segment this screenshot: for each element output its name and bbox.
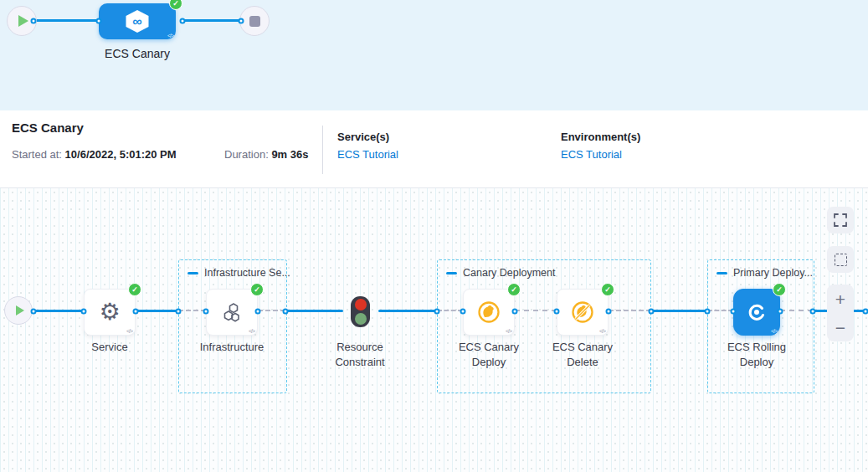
link-port	[778, 309, 783, 315]
link-port	[31, 309, 37, 315]
step-label: ECS Canary Delete	[544, 340, 621, 369]
canary-delete-icon	[570, 300, 595, 325]
step-ecs-canary-delete[interactable]: ✓ </>	[557, 289, 609, 336]
link-port	[96, 18, 102, 24]
code-icon: </>	[771, 328, 777, 334]
link-port	[239, 18, 244, 24]
environment-link[interactable]: ECS Tutorial	[561, 148, 640, 161]
collapse-icon[interactable]	[446, 272, 457, 274]
started-at: Started at: 10/6/2022, 5:01:20 PM	[12, 148, 177, 161]
header-divider	[322, 126, 323, 174]
execution-title: ECS Canary	[12, 121, 84, 135]
services-column: Service(s) ECS Tutorial	[337, 131, 398, 161]
code-icon: </>	[249, 328, 254, 334]
edge-line-dashed	[780, 310, 813, 311]
environments-label: Environment(s)	[561, 131, 640, 143]
minimap-connector-line	[182, 19, 241, 22]
step-label: Resource Constraint	[322, 340, 398, 369]
services-label: Service(s)	[337, 131, 398, 143]
group-label: Infrastructure Se...	[204, 267, 290, 279]
play-icon	[16, 305, 24, 316]
pipeline-execution-page: ∞ ✓ </> ECS Canary ECS Canary Started at…	[0, 0, 868, 472]
edge-line	[285, 310, 343, 312]
traffic-light-green-icon	[355, 313, 367, 325]
edge-line	[651, 310, 707, 312]
link-port	[255, 309, 261, 315]
marquee-select-icon	[835, 254, 847, 266]
gear-icon: ⚙	[99, 300, 120, 324]
code-icon: </>	[599, 328, 605, 334]
execution-graph-canvas[interactable]: Infrastructure Se... Canary Deployment P…	[0, 188, 868, 472]
deployment-stage-icon: ∞	[125, 10, 150, 33]
link-port	[863, 309, 868, 315]
graph-start-node[interactable]	[4, 296, 33, 325]
step-infrastructure[interactable]: ✓ </>	[206, 289, 258, 336]
edge-line-dashed	[515, 310, 557, 311]
edge-line	[33, 310, 84, 312]
link-port	[606, 309, 612, 315]
select-region-button[interactable]	[827, 246, 854, 273]
success-check-icon: ✓	[601, 283, 614, 296]
success-check-icon: ✓	[773, 283, 786, 296]
link-port	[649, 309, 655, 315]
link-port	[434, 309, 440, 315]
step-label: Infrastructure	[182, 340, 282, 355]
code-icon: </>	[167, 33, 173, 38]
link-port	[705, 309, 711, 315]
ecs-rolling-icon	[745, 300, 768, 324]
code-icon: </>	[126, 328, 132, 334]
edge-line-dashed	[707, 310, 733, 311]
link-port	[283, 309, 289, 315]
edge-line-dashed	[609, 310, 651, 311]
environments-column: Environment(s) ECS Tutorial	[561, 131, 640, 161]
zoom-in-button[interactable]: +	[827, 285, 854, 313]
group-header[interactable]: Infrastructure Se...	[187, 267, 290, 279]
stage-minimap: ∞ ✓ </> ECS Canary	[0, 0, 868, 110]
service-link[interactable]: ECS Tutorial	[337, 148, 398, 161]
link-port	[81, 309, 87, 315]
link-port	[176, 309, 182, 315]
group-header[interactable]: Primary Deploy...	[716, 267, 813, 279]
fullscreen-button[interactable]	[827, 207, 854, 233]
step-ecs-rolling-deploy[interactable]: ✓ </>	[733, 289, 780, 336]
edge-line-dashed	[178, 310, 206, 311]
edge-line	[378, 310, 437, 312]
duration-value: 9m 36s	[271, 148, 308, 161]
step-label: ECS Rolling Deploy	[718, 340, 795, 369]
link-port	[133, 309, 139, 315]
step-label: Service	[59, 340, 160, 355]
success-check-icon: ✓	[507, 283, 521, 296]
fullscreen-icon	[834, 213, 847, 227]
duration-label: Duration:	[224, 148, 269, 161]
step-label: ECS Canary Deploy	[450, 340, 527, 369]
started-value: 10/6/2022, 5:01:20 PM	[65, 148, 177, 161]
collapse-icon[interactable]	[187, 272, 198, 274]
link-port	[180, 18, 186, 24]
execution-header: ECS Canary Started at: 10/6/2022, 5:01:2…	[0, 110, 868, 188]
step-service[interactable]: ⚙ ✓ </>	[84, 289, 136, 336]
collapse-icon[interactable]	[716, 272, 727, 274]
zoom-controls: + −	[827, 285, 854, 341]
step-ecs-canary-deploy[interactable]: ✓ </>	[463, 289, 515, 336]
duration: Duration: 9m 36s	[224, 148, 308, 161]
minimap-connector-line	[33, 19, 99, 22]
success-check-icon: ✓	[169, 0, 182, 10]
traffic-light-red-icon	[355, 299, 367, 310]
link-port	[203, 309, 209, 315]
edge-line-dashed	[437, 310, 463, 311]
canary-deploy-icon	[476, 300, 501, 325]
group-header[interactable]: Canary Deployment	[446, 267, 555, 279]
started-label: Started at:	[12, 148, 62, 161]
group-label: Primary Deploy...	[733, 267, 813, 279]
success-check-icon: ✓	[250, 283, 264, 296]
stage-node-ecs-canary[interactable]: ∞ ✓ </>	[99, 3, 176, 39]
link-port	[512, 309, 518, 315]
stage-label: ECS Canary	[87, 47, 187, 60]
step-resource-constraint[interactable]	[351, 296, 370, 327]
edge-line	[136, 310, 178, 312]
link-port	[810, 309, 816, 315]
link-port	[460, 309, 466, 315]
code-icon: </>	[506, 328, 511, 334]
zoom-out-button[interactable]: −	[827, 313, 854, 341]
success-check-icon: ✓	[128, 283, 141, 296]
